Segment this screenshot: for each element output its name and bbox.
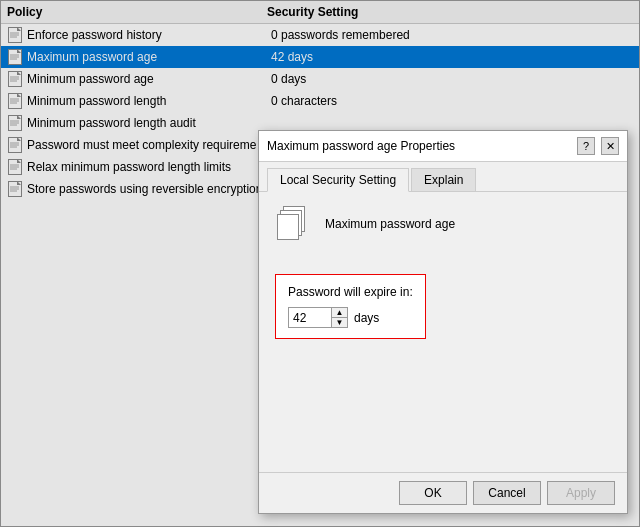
cancel-button[interactable]: Cancel <box>473 481 541 505</box>
modal-tabs: Local Security Setting Explain <box>259 162 627 192</box>
policy-icon <box>275 204 315 244</box>
help-button[interactable]: ? <box>577 137 595 155</box>
modal-title: Maximum password age Properties <box>267 139 455 153</box>
stacked-doc-icons <box>277 206 313 242</box>
spinner-arrows: ▲ ▼ <box>331 308 347 327</box>
modal-icon-row: Maximum password age <box>275 204 611 244</box>
days-spinner[interactable]: ▲ ▼ <box>288 307 348 328</box>
modal-policy-label: Maximum password age <box>325 217 455 231</box>
tab-local-security[interactable]: Local Security Setting <box>267 168 409 192</box>
days-label: days <box>354 311 379 325</box>
modal-dialog: Maximum password age Properties ? ✕ Loca… <box>258 130 628 514</box>
expiry-input-row: ▲ ▼ days <box>288 307 413 328</box>
ok-button[interactable]: OK <box>399 481 467 505</box>
close-button[interactable]: ✕ <box>601 137 619 155</box>
modal-titlebar: Maximum password age Properties ? ✕ <box>259 131 627 162</box>
spinner-up-button[interactable]: ▲ <box>332 308 347 318</box>
modal-overlay: Maximum password age Properties ? ✕ Loca… <box>0 0 640 527</box>
doc-icon-front <box>277 214 299 240</box>
tab-explain[interactable]: Explain <box>411 168 476 192</box>
expiry-box: Password will expire in: ▲ ▼ days <box>275 274 426 339</box>
modal-controls: ? ✕ <box>577 137 619 155</box>
spinner-down-button[interactable]: ▼ <box>332 318 347 327</box>
apply-button[interactable]: Apply <box>547 481 615 505</box>
days-input[interactable] <box>289 308 331 327</box>
modal-body: Maximum password age Password will expir… <box>259 192 627 472</box>
expiry-label: Password will expire in: <box>288 285 413 299</box>
modal-footer: OK Cancel Apply <box>259 472 627 513</box>
